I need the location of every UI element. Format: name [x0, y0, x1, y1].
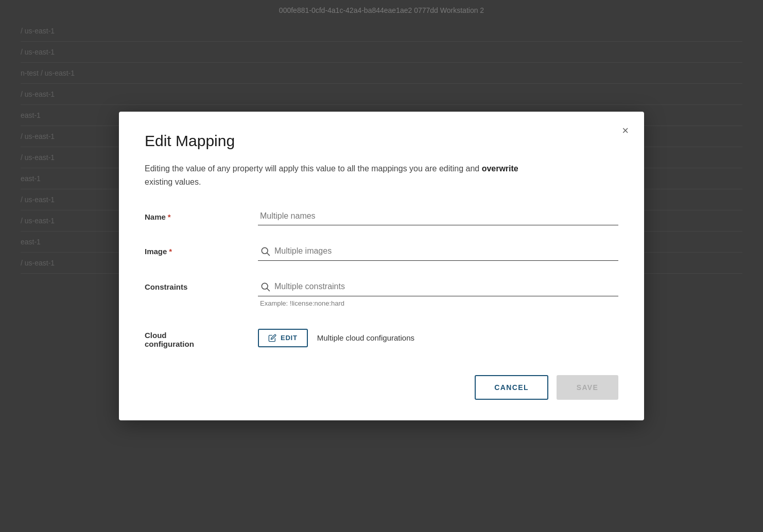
- cloud-config-row: Cloud configuration EDIT Multiple cloud …: [145, 324, 618, 348]
- constraints-field-container: Example: !license:none:hard: [258, 277, 618, 307]
- name-required-star: *: [168, 212, 171, 221]
- cloud-config-value-row: EDIT Multiple cloud configurations: [258, 324, 618, 347]
- description-text-2: existing values.: [145, 178, 201, 186]
- cloud-config-field-container: EDIT Multiple cloud configurations: [258, 324, 618, 347]
- edit-mapping-modal: × Edit Mapping Editing the value of any …: [119, 112, 644, 420]
- image-input[interactable]: [274, 246, 616, 256]
- modal-overlay: × Edit Mapping Editing the value of any …: [0, 0, 763, 532]
- image-label: Image*: [145, 242, 258, 256]
- name-field-container: [258, 207, 618, 225]
- description-text-1: Editing the value of any property will a…: [145, 164, 482, 173]
- svg-line-3: [267, 288, 270, 291]
- name-input[interactable]: [258, 207, 618, 225]
- name-field-row: Name*: [145, 207, 618, 225]
- image-input-wrapper: [258, 242, 618, 261]
- image-field-row: Image*: [145, 242, 618, 261]
- edit-button-label: EDIT: [281, 334, 298, 342]
- cloud-config-edit-button[interactable]: EDIT: [258, 329, 308, 347]
- svg-line-1: [267, 253, 270, 255]
- modal-title: Edit Mapping: [145, 132, 618, 150]
- save-button[interactable]: SAVE: [557, 375, 618, 400]
- image-search-icon: [260, 246, 270, 256]
- description-bold: overwrite: [482, 164, 518, 173]
- cloud-config-value-text: Multiple cloud configurations: [317, 333, 414, 342]
- constraints-input[interactable]: [274, 282, 616, 291]
- constraints-label: Constraints: [145, 277, 258, 291]
- constraints-hint: Example: !license:none:hard: [258, 299, 618, 307]
- modal-description: Editing the value of any property will a…: [145, 162, 536, 188]
- image-required-star: *: [169, 247, 172, 256]
- cancel-button[interactable]: CANCEL: [475, 375, 548, 400]
- pencil-icon: [268, 334, 276, 342]
- constraints-input-wrapper: [258, 277, 618, 296]
- modal-footer: CANCEL SAVE: [145, 365, 618, 400]
- constraints-search-icon: [260, 281, 270, 292]
- cloud-config-label: Cloud configuration: [145, 324, 258, 348]
- close-button[interactable]: ×: [620, 123, 631, 138]
- constraints-field-row: Constraints Example: !license:none:hard: [145, 277, 618, 307]
- name-label: Name*: [145, 207, 258, 221]
- image-field-container: [258, 242, 618, 261]
